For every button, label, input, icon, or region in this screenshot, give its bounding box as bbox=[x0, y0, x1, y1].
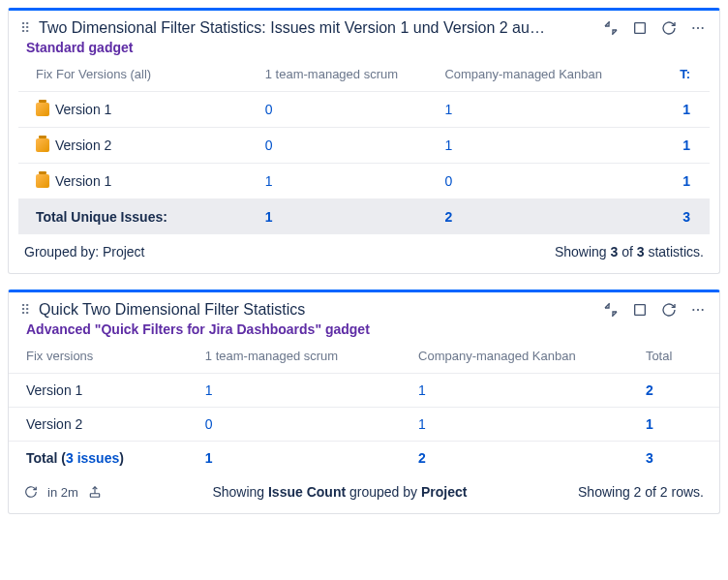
svg-rect-0 bbox=[635, 23, 646, 34]
gadget-title: Quick Two Dimensional Filter Statistics bbox=[39, 301, 593, 319]
col-company-kanban[interactable]: Company-managed Kanban bbox=[433, 61, 626, 92]
svg-point-6 bbox=[697, 309, 699, 311]
gadget-quick-two-dim-stats: ⠿ Quick Two Dimensional Filter Statistic… bbox=[8, 290, 720, 514]
stat-value[interactable]: 0 bbox=[444, 173, 452, 189]
stat-value[interactable]: 0 bbox=[265, 102, 273, 117]
stat-value[interactable]: 1 bbox=[205, 382, 213, 398]
refresh-icon[interactable] bbox=[659, 300, 679, 320]
maximize-icon[interactable] bbox=[630, 18, 650, 38]
table-row: Version 1 0 1 1 bbox=[18, 92, 710, 128]
stats-table: Fix versions 1 team-managed scrum Compan… bbox=[9, 343, 719, 474]
stat-value[interactable]: 2 bbox=[444, 209, 452, 225]
drag-handle-icon[interactable]: ⠿ bbox=[20, 303, 31, 317]
maximize-icon[interactable] bbox=[630, 300, 650, 320]
table-row: Version 2 0 1 1 bbox=[18, 128, 710, 164]
refresh-icon[interactable] bbox=[659, 18, 679, 38]
table-total-row: Total (3 issues) 1 2 3 bbox=[9, 442, 719, 475]
stats-table: Fix For Versions (all) 1 team-managed sc… bbox=[18, 61, 710, 234]
stat-value[interactable]: 1 bbox=[265, 209, 273, 225]
stat-value[interactable]: 2 bbox=[418, 450, 426, 466]
version-icon bbox=[36, 138, 49, 152]
stat-value[interactable]: 1 bbox=[205, 450, 213, 466]
version-label[interactable]: Version 1 bbox=[9, 374, 194, 408]
svg-rect-8 bbox=[90, 494, 99, 498]
table-total-row: Total Unique Issues: 1 2 3 bbox=[18, 199, 710, 235]
version-icon bbox=[36, 103, 49, 116]
svg-point-1 bbox=[692, 27, 694, 29]
col-company-kanban[interactable]: Company-managed Kanban bbox=[407, 343, 634, 374]
stat-value[interactable]: 1 bbox=[444, 102, 452, 117]
minimize-icon[interactable] bbox=[601, 300, 621, 320]
svg-point-5 bbox=[692, 309, 694, 311]
svg-point-2 bbox=[697, 27, 699, 29]
stat-total[interactable]: 3 bbox=[682, 209, 690, 225]
stat-total[interactable]: 1 bbox=[682, 173, 690, 189]
showing-rows-label: Showing 2 of 2 rows. bbox=[578, 484, 704, 500]
version-icon bbox=[36, 174, 49, 188]
table-row: Version 1 1 0 1 bbox=[18, 164, 710, 199]
svg-point-3 bbox=[702, 27, 704, 29]
drag-handle-icon[interactable]: ⠿ bbox=[20, 21, 31, 35]
version-label[interactable]: Version 1 bbox=[55, 173, 111, 189]
export-icon[interactable] bbox=[88, 485, 102, 499]
col-fix-versions[interactable]: Fix For Versions (all) bbox=[18, 61, 254, 92]
stat-value[interactable]: 1 bbox=[265, 173, 273, 189]
total-label: Total Unique Issues: bbox=[18, 199, 254, 235]
showing-stats-label: Showing 3 of 3 statistics. bbox=[555, 244, 704, 259]
stat-total[interactable]: 1 bbox=[682, 137, 690, 153]
stat-value[interactable]: 1 bbox=[418, 416, 426, 432]
col-total[interactable]: T: bbox=[626, 61, 710, 92]
refresh-icon[interactable] bbox=[24, 485, 38, 499]
gadget-standard-two-dim-stats: ⠿ Two Dimensional Filter Statistics: Iss… bbox=[8, 8, 720, 274]
svg-rect-4 bbox=[635, 305, 646, 316]
col-total[interactable]: Total bbox=[634, 343, 719, 374]
gadget-title: Two Dimensional Filter Statistics: Issue… bbox=[39, 19, 593, 37]
more-icon[interactable] bbox=[688, 18, 708, 38]
stat-total[interactable]: 1 bbox=[682, 102, 690, 117]
version-label[interactable]: Version 2 bbox=[9, 408, 194, 442]
svg-point-7 bbox=[702, 309, 704, 311]
version-label[interactable]: Version 2 bbox=[55, 137, 111, 153]
col-fix-versions[interactable]: Fix versions bbox=[9, 343, 194, 374]
stat-total[interactable]: 2 bbox=[646, 382, 653, 398]
grouped-by-label: Grouped by: Project bbox=[24, 244, 145, 259]
total-issues-link[interactable]: 3 issues bbox=[66, 450, 119, 466]
minimize-icon[interactable] bbox=[601, 18, 621, 38]
showing-grouped-label: Showing Issue Count grouped by Project bbox=[109, 484, 570, 500]
stat-total[interactable]: 1 bbox=[646, 416, 653, 432]
stat-value[interactable]: 0 bbox=[205, 416, 213, 432]
refresh-interval: in 2m bbox=[47, 485, 78, 500]
stat-value[interactable]: 1 bbox=[418, 382, 426, 398]
stat-total[interactable]: 3 bbox=[646, 450, 653, 466]
gadget-subtitle: Advanced "Quick Filters for Jira Dashboa… bbox=[9, 321, 719, 343]
table-row: Version 1 1 1 2 bbox=[9, 374, 719, 408]
more-icon[interactable] bbox=[688, 300, 708, 320]
col-team-scrum[interactable]: 1 team-managed scrum bbox=[254, 61, 434, 92]
table-row: Version 2 0 1 1 bbox=[9, 408, 719, 442]
col-team-scrum[interactable]: 1 team-managed scrum bbox=[194, 343, 407, 374]
gadget-subtitle: Standard gadget bbox=[9, 40, 719, 61]
stat-value[interactable]: 1 bbox=[444, 137, 452, 153]
version-label[interactable]: Version 1 bbox=[55, 102, 111, 117]
stat-value[interactable]: 0 bbox=[265, 137, 273, 153]
